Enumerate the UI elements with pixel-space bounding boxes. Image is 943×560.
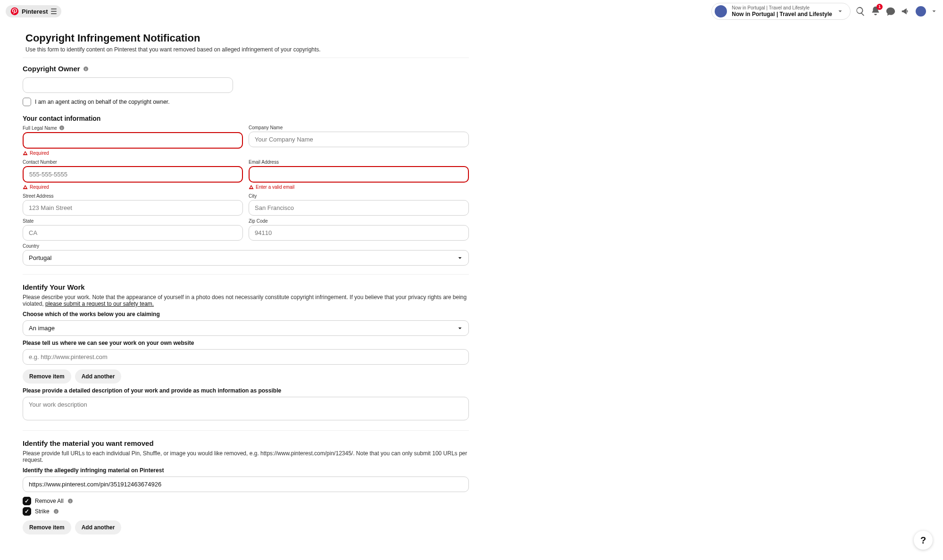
main-content: Copyright Infringement Notification Use …	[23, 27, 469, 535]
safety-team-link[interactable]: please submit a request to our safety te…	[45, 301, 154, 307]
info-icon: i	[83, 66, 89, 72]
company-input[interactable]	[249, 132, 469, 147]
agent-checkbox[interactable]	[23, 98, 31, 106]
label-state: State	[23, 218, 243, 224]
label-choose-work: Choose which of the works below you are …	[23, 311, 469, 318]
email-error: Enter a valid email	[256, 184, 294, 190]
label-company: Company Name	[249, 125, 469, 130]
work-type-select[interactable]: An image	[23, 320, 469, 336]
country-select[interactable]: Portugal	[23, 250, 469, 266]
label-full-name: Full Legal Name	[23, 125, 57, 131]
section-contact-info: Your contact information	[23, 115, 469, 122]
remove-item-button-2[interactable]: Remove item	[23, 520, 71, 535]
state-input[interactable]	[23, 225, 243, 241]
label-city: City	[249, 193, 469, 199]
remove-all-checkbox[interactable]	[23, 497, 31, 505]
notif-badge: 1	[876, 4, 883, 10]
section-identify-work: Identify Your Work	[23, 283, 469, 291]
search-icon[interactable]	[855, 6, 866, 17]
info-icon: i	[59, 125, 65, 131]
work-description-textarea[interactable]	[23, 397, 469, 420]
messages-icon[interactable]	[885, 6, 896, 17]
full-name-error: Required	[30, 150, 49, 156]
label-zip: Zip Code	[249, 218, 469, 224]
label-country: Country	[23, 243, 469, 249]
strike-label: Strike	[35, 508, 50, 515]
identify-material-desc: Please provide full URLs to each individ…	[23, 450, 469, 463]
agent-checkbox-label: I am an agent acting on behalf of the co…	[35, 99, 170, 105]
help-fab[interactable]: ?	[914, 531, 933, 550]
hamburger-icon	[51, 8, 57, 14]
page-title: Copyright Infringement Notification	[25, 32, 469, 44]
label-street: Street Address	[23, 193, 243, 199]
account-switcher[interactable]: Now in Portugal | Travel and Lifestyle N…	[711, 3, 851, 20]
svg-text:i: i	[85, 67, 86, 70]
account-subtext: Now in Portugal | Travel and Lifestyle	[732, 5, 832, 11]
avatar-button[interactable]	[916, 6, 926, 17]
section-identify-material: Identify the material you want removed	[23, 439, 469, 447]
brand-label: Pinterest	[22, 8, 48, 15]
pinterest-logo-icon	[10, 7, 19, 16]
brand-pill[interactable]: Pinterest	[6, 5, 61, 17]
alert-icon	[249, 184, 254, 190]
notifications-button[interactable]: 1	[870, 6, 881, 17]
chevron-down-icon	[837, 8, 843, 15]
full-name-input[interactable]	[23, 132, 243, 149]
city-input[interactable]	[249, 200, 469, 216]
megaphone-icon[interactable]	[901, 6, 911, 17]
remove-item-button[interactable]: Remove item	[23, 369, 71, 384]
label-work-detail: Please provide a detailed description of…	[23, 387, 469, 394]
copyright-owner-input[interactable]	[23, 77, 233, 93]
add-another-button[interactable]: Add another	[75, 369, 122, 384]
label-phone: Contact Number	[23, 159, 243, 165]
remove-all-label: Remove All	[35, 498, 64, 504]
street-input[interactable]	[23, 200, 243, 216]
strike-checkbox[interactable]	[23, 507, 31, 516]
account-name: Now in Portugal | Travel and Lifestyle	[732, 11, 832, 17]
infringing-url-input[interactable]	[23, 476, 469, 492]
add-another-button-2[interactable]: Add another	[75, 520, 122, 535]
own-site-input[interactable]	[23, 349, 469, 365]
account-menu-chevron-icon[interactable]	[931, 8, 937, 15]
zip-input[interactable]	[249, 225, 469, 241]
page-subtitle: Use this form to identify content on Pin…	[25, 46, 469, 53]
label-infringing-material: Identify the allegedly infringing materi…	[23, 467, 469, 474]
app-header: Pinterest Now in Portugal | Travel and L…	[0, 0, 943, 23]
info-icon: i	[53, 509, 59, 514]
label-own-site: Please tell us where we can see your wor…	[23, 340, 469, 346]
section-copyright-owner: Copyright Owner	[23, 65, 80, 73]
email-input[interactable]	[249, 166, 469, 183]
alert-icon	[23, 150, 28, 156]
phone-input[interactable]	[23, 166, 243, 183]
alert-icon	[23, 184, 28, 190]
label-email: Email Address	[249, 159, 469, 165]
info-icon: i	[67, 498, 73, 504]
help-icon: ?	[920, 535, 926, 546]
avatar-icon	[715, 5, 727, 17]
phone-error: Required	[30, 184, 49, 190]
